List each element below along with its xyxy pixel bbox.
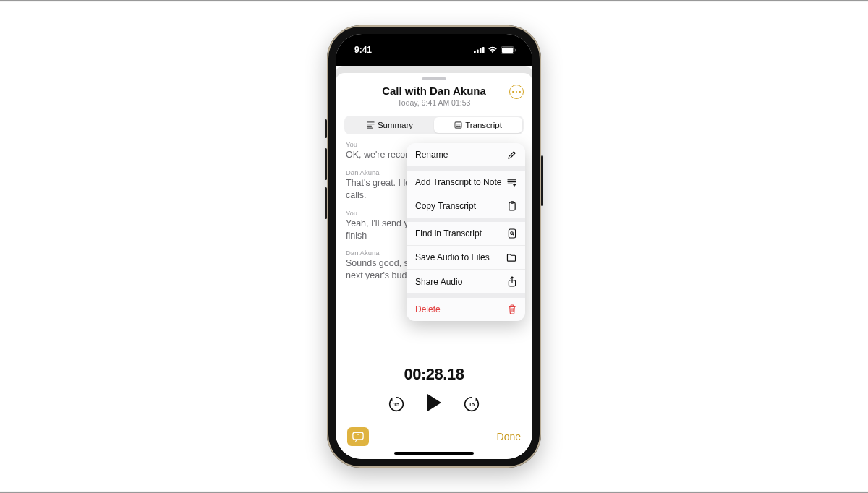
status-indicators bbox=[474, 46, 516, 54]
home-indicator[interactable] bbox=[394, 452, 474, 455]
svg-rect-7 bbox=[455, 122, 461, 128]
skip-back-button[interactable]: 15 bbox=[387, 395, 406, 413]
side-button-mute bbox=[325, 119, 327, 138]
done-button[interactable]: Done bbox=[497, 431, 521, 442]
cellular-icon bbox=[474, 46, 485, 53]
svg-text:": " bbox=[357, 433, 359, 439]
more-button[interactable] bbox=[509, 85, 524, 99]
side-button-volup bbox=[325, 148, 327, 180]
svg-rect-1 bbox=[477, 50, 479, 53]
menu-item-label: Find in Transcript bbox=[415, 228, 505, 239]
ellipsis-dot-icon bbox=[512, 91, 514, 93]
stage: 9:41 Call with Dan Akuna Today, 9:41 AM … bbox=[0, 2, 868, 491]
menu-item-delete[interactable]: Delete bbox=[407, 298, 525, 321]
recording-title: Call with Dan Akuna bbox=[346, 85, 522, 97]
find-in-page-icon bbox=[505, 228, 516, 239]
tab-summary-label: Summary bbox=[378, 121, 413, 129]
menu-item-add-transcript[interactable]: Add Transcript to Note bbox=[407, 171, 525, 194]
play-button[interactable] bbox=[425, 393, 443, 416]
add-to-note-icon bbox=[505, 178, 516, 187]
menu-item-find-transcript[interactable]: Find in Transcript bbox=[407, 222, 525, 245]
menu-item-label: Rename bbox=[415, 150, 505, 160]
tab-transcript-label: Transcript bbox=[465, 121, 502, 129]
playback-controls: 00:28.18 15 15 bbox=[336, 359, 532, 420]
side-button-voldown bbox=[325, 187, 327, 219]
folder-icon bbox=[505, 253, 516, 262]
fade-overlay bbox=[336, 333, 532, 359]
summary-icon bbox=[367, 121, 375, 129]
svg-text:15: 15 bbox=[469, 401, 475, 408]
svg-point-15 bbox=[511, 232, 514, 235]
menu-item-rename[interactable]: Rename bbox=[407, 143, 525, 166]
pencil-icon bbox=[505, 150, 516, 160]
wifi-icon bbox=[488, 46, 498, 53]
svg-rect-3 bbox=[482, 47, 485, 53]
trash-icon bbox=[505, 304, 516, 314]
svg-rect-2 bbox=[480, 48, 482, 53]
quote-icon: " bbox=[352, 432, 364, 442]
menu-item-label: Save Audio to Files bbox=[415, 252, 505, 262]
recording-subtitle: Today, 9:41 AM 01:53 bbox=[346, 98, 522, 107]
sheet-header: Call with Dan Akuna Today, 9:41 AM 01:53 bbox=[336, 83, 532, 113]
recording-sheet: Call with Dan Akuna Today, 9:41 AM 01:53… bbox=[336, 73, 532, 459]
menu-item-label: Add Transcript to Note bbox=[415, 177, 505, 187]
svg-rect-5 bbox=[502, 47, 514, 52]
svg-text:15: 15 bbox=[393, 401, 399, 408]
skip-back-icon: 15 bbox=[387, 395, 406, 413]
context-menu: Rename Add Transcript to Note Copy Trans… bbox=[407, 143, 525, 321]
menu-item-label: Copy Transcript bbox=[415, 201, 505, 211]
transcript-icon bbox=[454, 121, 462, 129]
menu-item-label: Delete bbox=[415, 304, 505, 314]
battery-icon bbox=[501, 46, 516, 54]
tab-transcript[interactable]: Transcript bbox=[434, 117, 522, 133]
menu-item-label: Share Audio bbox=[415, 277, 505, 287]
status-time: 9:41 bbox=[354, 45, 372, 55]
skip-forward-button[interactable]: 15 bbox=[462, 395, 481, 413]
play-icon bbox=[425, 393, 443, 413]
menu-item-save-audio[interactable]: Save Audio to Files bbox=[407, 245, 525, 269]
note-button[interactable]: " bbox=[347, 427, 369, 446]
iphone-frame: 9:41 Call with Dan Akuna Today, 9:41 AM … bbox=[327, 25, 541, 468]
sheet-body: Summary Transcript You OK, we're recordi… bbox=[336, 113, 532, 459]
tab-summary[interactable]: Summary bbox=[346, 117, 434, 133]
dynamic-island bbox=[403, 41, 465, 59]
sheet-grabber[interactable] bbox=[422, 77, 446, 80]
playback-time: 00:28.18 bbox=[336, 365, 532, 384]
svg-rect-6 bbox=[515, 48, 516, 51]
svg-rect-14 bbox=[509, 229, 515, 238]
side-button-power bbox=[541, 155, 543, 206]
screen: 9:41 Call with Dan Akuna Today, 9:41 AM … bbox=[336, 34, 532, 459]
menu-item-copy-transcript[interactable]: Copy Transcript bbox=[407, 194, 525, 218]
skip-forward-icon: 15 bbox=[462, 395, 481, 413]
clipboard-icon bbox=[505, 201, 516, 211]
share-icon bbox=[505, 276, 516, 287]
menu-item-share-audio[interactable]: Share Audio bbox=[407, 269, 525, 293]
ellipsis-dot-icon bbox=[519, 91, 521, 93]
view-tabs: Summary Transcript bbox=[344, 116, 524, 134]
svg-rect-0 bbox=[474, 51, 476, 53]
ellipsis-dot-icon bbox=[516, 91, 518, 93]
